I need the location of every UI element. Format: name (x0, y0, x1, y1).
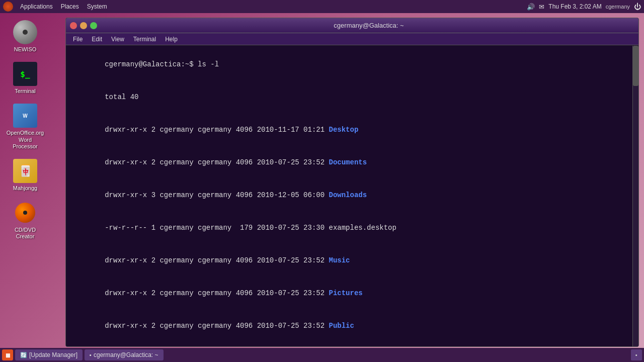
term-line-downloads: drwxr-xr-x 3 cgermany cgermany 4096 2010… (71, 179, 633, 212)
desktop-icon-newiso[interactable]: NEWISO (5, 18, 45, 55)
term-line-desktop: drwxr-xr-x 2 cgermany cgermany 4096 2010… (71, 114, 633, 146)
desktop-icons: NEWISO $_ Terminal W OpenOffice.orgWord … (5, 18, 45, 242)
desktop-icon-terminal[interactable]: $_ Terminal (5, 60, 45, 97)
taskbar-item-terminal[interactable]: ▪ cgermany@Galactica: ~ (85, 349, 163, 360)
openoffice-label: OpenOffice.orgWord Processor (7, 130, 44, 150)
top-panel-right: 🔊 ✉ Thu Feb 3, 2:02 AM cgermany ⏻ (527, 3, 641, 11)
term-line-pictures: drwxr-xr-x 2 cgermany cgermany 4096 2010… (71, 277, 633, 310)
cddvd-icon (13, 201, 37, 225)
taskbar-terminal-icon: ▪ (90, 352, 92, 358)
term-line-documents: drwxr-xr-x 2 cgermany cgermany 4096 2010… (71, 146, 633, 179)
menu-help[interactable]: Help (161, 35, 182, 44)
updatemanager-label: [Update Manager] (29, 351, 77, 358)
taskbar-terminal-label: cgermany@Galactica: ~ (94, 351, 158, 358)
menu-view[interactable]: View (107, 35, 128, 44)
term-line-total: total 40 (71, 81, 633, 114)
volume-icon[interactable]: 🔊 (527, 3, 535, 11)
taskbar-item-updatemanager[interactable]: 🔄 [Update Manager] (15, 349, 83, 360)
term-line-public: drwxr-xr-x 2 cgermany cgermany 4096 2010… (71, 310, 633, 343)
top-panel: Applications Places System 🔊 ✉ Thu Feb 3… (0, 0, 644, 13)
terminal-icon: $_ (13, 62, 37, 86)
term-line-music: drwxr-xr-x 2 cgermany cgermany 4096 2010… (71, 244, 633, 277)
terminal-content[interactable]: cgermany@Galactica:~$ ls -l total 40 drw… (66, 45, 638, 346)
window-maximize-button[interactable] (90, 22, 97, 29)
term-line-examples: -rw-r--r-- 1 cgermany cgermany 179 2010-… (71, 212, 633, 244)
taskbar-apps-button[interactable]: ▦ (2, 349, 13, 360)
terminal-window: cgermany@Galactica: ~ File Edit View Ter… (65, 18, 639, 347)
terminal-scrollbar-thumb[interactable] (633, 46, 638, 86)
newiso-label: NEWISO (14, 46, 37, 53)
desktop-icon-openoffice[interactable]: W OpenOffice.orgWord Processor (5, 102, 45, 152)
terminal-label: Terminal (15, 88, 36, 95)
menu-edit[interactable]: Edit (88, 35, 106, 44)
top-panel-left: Applications Places System (3, 2, 110, 12)
term-line-0: cgermany@Galactica:~$ ls -l (71, 48, 633, 81)
window-minimize-button[interactable] (80, 22, 87, 29)
openoffice-icon: W (13, 104, 37, 128)
menu-places[interactable]: Places (58, 2, 82, 11)
term-line-templates: drwxr-xr-x 2 cgermany cgermany 4096 2010… (71, 343, 633, 346)
menu-applications[interactable]: Applications (17, 2, 56, 11)
mail-icon[interactable]: ✉ (539, 3, 544, 11)
menu-terminal[interactable]: Terminal (129, 35, 160, 44)
updatemanager-icon: 🔄 (20, 352, 27, 358)
datetime: Thu Feb 3, 2:02 AM (548, 3, 601, 10)
desktop-icon-cddvd[interactable]: CD/DVD Creator (5, 199, 45, 242)
menu-system[interactable]: System (84, 2, 110, 11)
shutdown-icon[interactable]: ⏻ (634, 3, 641, 11)
window-title: cgermany@Galactica: ~ (103, 22, 634, 29)
taskbar: ▦ 🔄 [Update Manager] ▪ cgermany@Galactic… (0, 348, 644, 362)
terminal-scrollbar[interactable] (632, 46, 638, 346)
menu-file[interactable]: File (69, 35, 87, 44)
taskbar-right: ▪ (631, 349, 642, 360)
newiso-icon (13, 20, 37, 44)
desktop: Applications Places System 🔊 ✉ Thu Feb 3… (0, 0, 644, 362)
username: cgermany (606, 4, 630, 10)
mahjongg-icon: 🀄 (13, 159, 37, 183)
gnome-logo[interactable] (3, 2, 13, 12)
terminal-titlebar: cgermany@Galactica: ~ (66, 18, 638, 33)
terminal-menubar: File Edit View Terminal Help (66, 33, 638, 45)
cddvd-label: CD/DVD Creator (7, 227, 43, 240)
taskbar-right-button[interactable]: ▪ (631, 349, 642, 360)
desktop-icon-mahjongg[interactable]: 🀄 Mahjongg (5, 157, 45, 194)
prompt-0: cgermany@Galactica:~$ (105, 60, 198, 68)
mahjongg-label: Mahjongg (13, 185, 37, 192)
window-close-button[interactable] (70, 22, 77, 29)
